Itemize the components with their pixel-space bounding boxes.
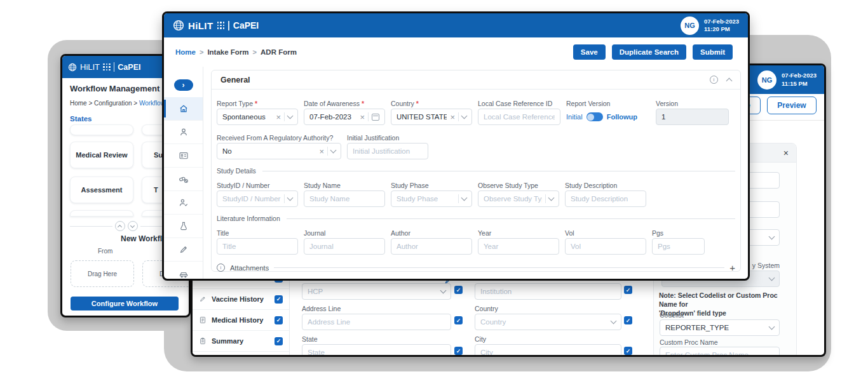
author-input[interactable]: Author xyxy=(391,238,472,255)
pen-icon xyxy=(179,244,189,255)
chevron-down-icon[interactable] xyxy=(611,318,617,324)
field-country: Country Country xyxy=(475,302,621,330)
scroll-up-button[interactable] xyxy=(115,221,125,231)
sidebar-item-reporter[interactable] xyxy=(164,144,203,168)
sidebar-section-row[interactable]: Summary xyxy=(193,331,289,352)
local-case-reference-input[interactable]: Local Case Reference ID xyxy=(478,109,560,125)
clear-icon[interactable]: × xyxy=(319,147,324,156)
year-input[interactable]: Year xyxy=(478,238,559,255)
flask-icon xyxy=(179,221,189,231)
field-checkbox[interactable] xyxy=(454,347,463,355)
info-icon[interactable] xyxy=(710,76,718,84)
field-year: Year Year xyxy=(478,227,559,255)
country-select[interactable]: Country xyxy=(475,314,621,330)
sidebar-item-home[interactable] xyxy=(164,97,203,121)
breadcrumb-home[interactable]: Home xyxy=(175,48,196,56)
field-checkbox[interactable] xyxy=(624,286,632,294)
chevron-down-icon[interactable] xyxy=(769,275,775,281)
vaccine-icon xyxy=(199,295,207,303)
clear-icon[interactable]: × xyxy=(450,113,455,121)
patient-icon xyxy=(179,127,189,137)
collapse-icon[interactable] xyxy=(726,77,733,84)
user-avatar[interactable]: NG xyxy=(757,70,776,90)
hcp-select[interactable]: HCP xyxy=(302,283,451,300)
institution-input[interactable]: Institution xyxy=(475,283,621,300)
study-description-input[interactable]: Study Description xyxy=(565,190,646,207)
initial-justification-input[interactable]: Initial Justification xyxy=(347,143,428,159)
page-title: Workflow Management xyxy=(70,84,159,93)
sidebar-expand-button[interactable]: › xyxy=(174,79,193,91)
field-checkbox[interactable] xyxy=(624,347,632,355)
preview-button[interactable]: Preview xyxy=(767,97,817,114)
calendar-icon[interactable] xyxy=(372,114,379,121)
save-button[interactable]: Save xyxy=(573,44,606,60)
attachments-info-icon[interactable] xyxy=(217,264,225,272)
sidebar-section-row[interactable]: Vaccine History xyxy=(193,289,289,310)
grid-dots-icon xyxy=(217,22,225,29)
state-card[interactable]: Medical Review xyxy=(70,142,133,168)
logo-separator xyxy=(228,21,229,30)
clear-icon[interactable]: × xyxy=(276,113,281,121)
pill-icon xyxy=(179,174,189,184)
date-of-awareness-input[interactable]: 07-Feb-2023 × xyxy=(304,109,385,125)
report-type-select[interactable]: Spontaneous × xyxy=(217,109,298,125)
close-icon[interactable]: × xyxy=(783,148,789,158)
state-card-partial xyxy=(70,210,133,217)
breadcrumb-intake-form[interactable]: Intake Form xyxy=(207,48,248,56)
country-select[interactable]: UNITED STATES × xyxy=(391,109,472,125)
custom-proc-input[interactable]: Enter Custom Proc Name xyxy=(660,347,780,357)
chevron-down-icon[interactable] xyxy=(548,195,555,201)
section-checkbox[interactable] xyxy=(275,337,283,345)
sidebar-section-row[interactable]: Medical History xyxy=(193,310,289,331)
report-version-toggle[interactable] xyxy=(587,112,603,121)
regulatory-authority-select[interactable]: No × xyxy=(217,143,341,159)
field-observe-study-type: Observe Study Type Observe Study Type xyxy=(478,179,559,207)
scroll-down-button[interactable] xyxy=(128,221,138,231)
chevron-down-icon[interactable] xyxy=(440,288,447,294)
codelist-select[interactable]: REPORTER_TYPE xyxy=(660,319,780,336)
vol-input[interactable]: Vol xyxy=(565,238,646,255)
user-avatar[interactable]: NG xyxy=(681,17,699,35)
title-input[interactable]: Title xyxy=(217,238,298,255)
chevron-down-icon[interactable] xyxy=(461,195,468,201)
chevron-down-icon[interactable] xyxy=(461,113,468,119)
section-checkbox[interactable] xyxy=(275,316,283,324)
sidebar-item-drug[interactable] xyxy=(164,168,203,191)
study-phase-select[interactable]: Study Phase xyxy=(391,190,472,207)
chevron-down-icon[interactable] xyxy=(330,147,337,154)
field-checkbox[interactable] xyxy=(454,316,463,324)
observe-study-type-select[interactable]: Observe Study Type xyxy=(478,190,559,207)
section-checkbox[interactable] xyxy=(275,295,283,304)
sidebar-item-lab-test[interactable] xyxy=(164,215,203,238)
field-author: Author Author xyxy=(391,227,472,255)
chevron-down-icon[interactable] xyxy=(287,195,294,201)
sidebar-item-travel[interactable] xyxy=(164,262,203,281)
add-attachment-button[interactable]: + xyxy=(729,263,735,272)
pgs-input[interactable]: Pgs xyxy=(652,238,705,255)
clear-icon[interactable]: × xyxy=(360,113,365,121)
field-checkbox[interactable] xyxy=(454,286,463,294)
chevron-down-icon[interactable] xyxy=(769,324,775,330)
field-version: Version 1 xyxy=(656,97,729,125)
configure-workflow-button[interactable]: Configure Workflow xyxy=(71,297,179,311)
field-study-id: StudyID / Number StudyID / Number xyxy=(217,179,298,207)
clipboard-icon xyxy=(199,337,207,345)
duplicate-search-button[interactable]: Duplicate Search xyxy=(612,44,686,60)
sidebar-item-vaccine[interactable] xyxy=(164,238,203,262)
submit-button[interactable]: Submit xyxy=(693,44,733,60)
field-study-description: Study Description Study Description xyxy=(565,179,646,207)
drag-drop-zone[interactable]: Drag Here xyxy=(71,260,134,287)
study-id-select[interactable]: StudyID / Number xyxy=(217,190,298,207)
state-card[interactable]: Assessment xyxy=(70,177,133,203)
address-line-input[interactable]: Address Line xyxy=(302,314,451,330)
state-input[interactable]: State xyxy=(302,344,451,357)
study-name-input[interactable]: Study Name xyxy=(304,190,385,207)
city-input[interactable]: City xyxy=(475,344,621,357)
field-checkbox[interactable] xyxy=(624,316,632,324)
chevron-down-icon[interactable] xyxy=(769,234,775,240)
sidebar-item-patient[interactable] xyxy=(164,121,203,144)
chevron-down-icon[interactable] xyxy=(287,113,294,119)
sidebar-item-hcp[interactable] xyxy=(164,191,203,215)
journal-input[interactable]: Journal xyxy=(304,238,385,255)
field-journal: Journal Journal xyxy=(304,227,385,255)
